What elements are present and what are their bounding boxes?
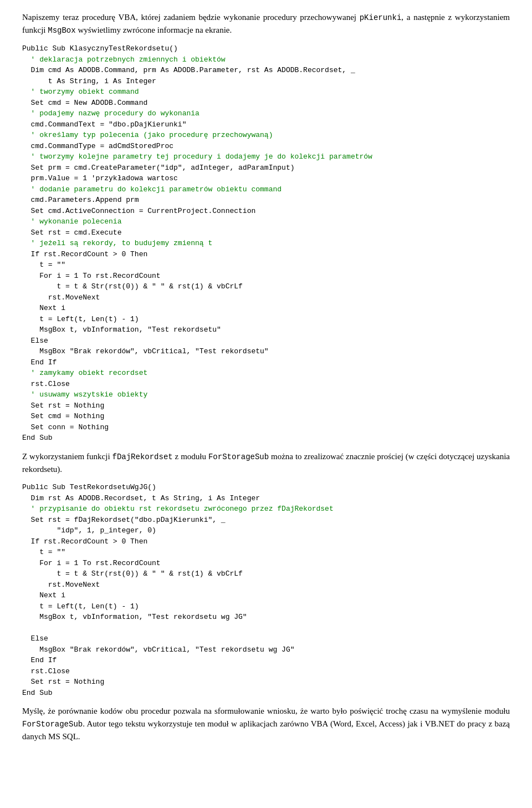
middle-paragraph: Z wykorzystaniem funkcji fDajRekordset z… (22, 450, 510, 476)
inline-code-forstoragesub: ForStorageSub (208, 453, 269, 461)
inline-code-fdajrekordset: fDajRekordset (112, 453, 173, 461)
inline-code-pkierunki: pKierunki (360, 13, 402, 22)
inline-code-msgbox: MsgBox (48, 26, 75, 35)
inline-code-forstoragesub-2: ForStorageSub (22, 720, 83, 729)
closing-paragraph: Myślę, że porównanie kodów obu procedur … (22, 705, 510, 743)
code-block-2: Public Sub TestRekordsetuWgJG() Dim rst … (22, 482, 510, 698)
intro-paragraph: Napiszemy teraz procedurę VBA, której za… (22, 11, 510, 37)
code-block-1: Public Sub KlasycznyTestRekordsetu() ' d… (22, 43, 510, 444)
